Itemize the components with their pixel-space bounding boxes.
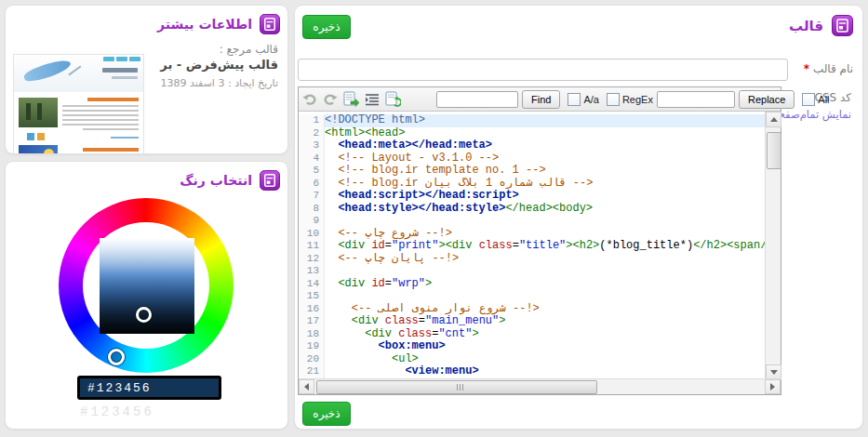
- replace-button[interactable]: Replace: [739, 90, 795, 109]
- thumbnail-post-heading: [87, 98, 139, 101]
- vertical-scrollbar[interactable]: [765, 112, 781, 380]
- template-name-label: نام قالب *: [804, 62, 853, 75]
- color-panel-title: انتخاب رنگ: [180, 173, 252, 188]
- replace-all-checkbox[interactable]: All: [802, 93, 829, 106]
- horizontal-scroll-thumb[interactable]: [316, 380, 597, 394]
- match-case-checkbox[interactable]: A/a: [568, 93, 599, 106]
- hex-color-input[interactable]: [77, 376, 221, 400]
- checkbox-icon[interactable]: [607, 93, 620, 106]
- thumbnail-blog-title: [102, 68, 138, 73]
- horizontal-scrollbar[interactable]: [299, 378, 781, 394]
- thumbnail-post-heading-2: [83, 148, 139, 152]
- editor-toolbar: Find A/a RegEx Replace All: [299, 87, 781, 112]
- fullscreen-link[interactable]: نمایش تمام‌صفحه: [772, 108, 851, 121]
- reference-template-value: قالب پیش‌فرض - بر: [160, 58, 278, 72]
- find-input[interactable]: [436, 91, 518, 108]
- scroll-up-button[interactable]: [766, 112, 781, 127]
- thumbnail-blog-subtitle: [112, 76, 138, 79]
- required-asterisk: *: [804, 62, 809, 75]
- saturation-marker[interactable]: [136, 307, 152, 323]
- thumbnail-post-image: [19, 98, 58, 127]
- template-thumbnail: [13, 54, 144, 154]
- thumbnail-banner: [19, 145, 58, 154]
- color-panel-icon: [260, 170, 280, 191]
- save-button-bottom[interactable]: ذخیره: [302, 402, 351, 426]
- template-panel-icon: [832, 15, 853, 36]
- css-code-editor: Find A/a RegEx Replace All 1<!DOCTYPE ht…: [298, 86, 781, 395]
- more-info-panel: اطلاعات بیشتر قالب مرجع : قالب پیش‌فرض -…: [5, 5, 288, 154]
- reference-template-label: قالب مرجع :: [220, 43, 278, 56]
- thumbnail-social-icons: [27, 133, 34, 140]
- code-lines[interactable]: 1<!DOCTYPE html>2<html><head>3<head:meta…: [299, 112, 767, 380]
- info-panel-icon: [260, 14, 280, 34]
- auto-indent-icon[interactable]: [365, 90, 380, 109]
- color-picker-panel: انتخاب رنگ #123456: [5, 161, 288, 430]
- undo-icon[interactable]: [302, 90, 317, 109]
- replace-input[interactable]: [657, 91, 735, 108]
- checkbox-icon[interactable]: [802, 93, 815, 106]
- thumbnail-nav-tabs: [103, 57, 140, 61]
- info-panel-title: اطلاعات بیشتر: [157, 17, 252, 32]
- panel-title: قالب: [789, 18, 823, 34]
- scroll-right-button[interactable]: [765, 379, 781, 394]
- save-button-top[interactable]: ذخیره: [302, 15, 351, 39]
- load-template-icon[interactable]: [343, 90, 359, 109]
- find-button[interactable]: Find: [522, 90, 560, 109]
- hue-marker[interactable]: [108, 349, 125, 365]
- template-name-input[interactable]: [298, 59, 788, 81]
- template-editor-panel: قالب ذخیره نام قالب * کد CSS نمایش تمام‌…: [294, 5, 863, 430]
- creation-date: تاریخ ایجاد : 3 اسفند 1389: [161, 77, 279, 89]
- scroll-left-button[interactable]: [299, 379, 314, 394]
- checkbox-icon[interactable]: [568, 93, 581, 106]
- vertical-scroll-thumb[interactable]: [767, 132, 781, 169]
- regex-checkbox[interactable]: RegEx: [607, 93, 653, 106]
- redo-icon[interactable]: [323, 90, 338, 109]
- hex-color-ghost-label: #123456: [80, 404, 154, 419]
- reload-code-icon[interactable]: [385, 90, 401, 109]
